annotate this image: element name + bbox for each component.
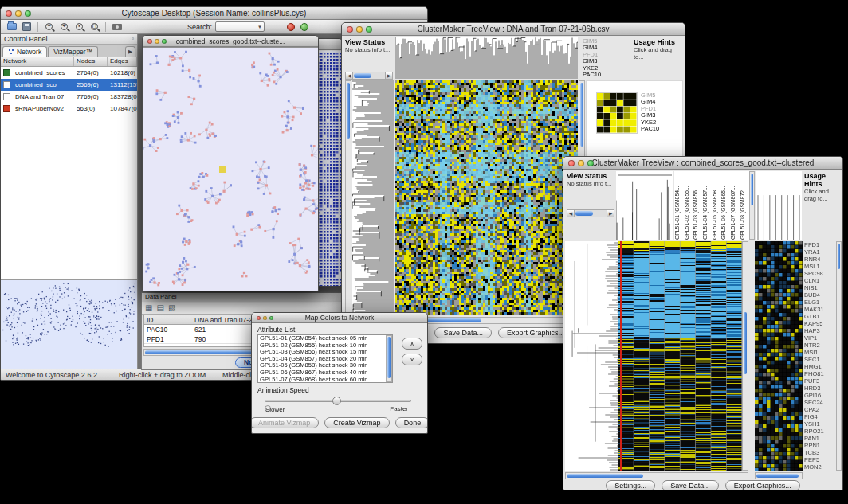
dendrogram-vscrollbar[interactable] (345, 80, 351, 315)
array-label[interactable]: GPL51-02 (GSM855... (684, 171, 693, 240)
close-icon[interactable] (257, 316, 261, 320)
gene-label[interactable]: MAK31 (804, 306, 836, 313)
gene-label[interactable]: PHO81 (804, 370, 836, 377)
treeview-action-button[interactable]: Save Data... (662, 480, 719, 490)
maximize-icon[interactable] (587, 160, 594, 166)
scrollbar-thumb[interactable] (751, 174, 753, 205)
scrollbar-thumb[interactable] (387, 337, 391, 378)
animation-speed-slider[interactable] (265, 400, 411, 402)
column-header-edges[interactable]: Edges (108, 57, 137, 66)
scrollbar-thumb[interactable] (838, 244, 840, 269)
memory-status-icon[interactable] (300, 23, 308, 31)
gene-label[interactable]: YRA1 (804, 248, 836, 256)
gene-label[interactable]: MSI1 (804, 349, 836, 356)
gene-label[interactable]: CLN1 (804, 277, 836, 284)
array-label[interactable]: GPL51-04 (GSM857... (702, 171, 712, 240)
scrollbar-thumb[interactable] (567, 474, 643, 478)
animate-vizmap-button[interactable]: Animate Vizmap (251, 417, 319, 428)
error-status-icon[interactable] (287, 23, 295, 31)
scroll-left-icon[interactable]: ◀ (346, 72, 353, 79)
status-hscrollbar[interactable]: ◀ ▶ (567, 209, 614, 217)
done-button[interactable]: Done (395, 417, 428, 428)
gene-label[interactable]: SPC98 (804, 270, 836, 277)
zoom-column-labels-canvas[interactable] (756, 171, 802, 240)
status-hscrollbar[interactable]: ◀ ▶ (345, 72, 393, 80)
zoom-heatmap-canvas[interactable] (596, 92, 638, 134)
minimize-icon[interactable] (155, 39, 159, 44)
column-header-nodes[interactable]: Nodes (74, 57, 108, 66)
gene-label[interactable]: KAP95 (804, 320, 836, 327)
gene-label[interactable]: PAC10 (583, 72, 613, 78)
gene-label[interactable]: CPA2 (804, 406, 836, 413)
close-icon[interactable] (147, 39, 152, 44)
zoom-fit-icon[interactable]: ◻ (88, 21, 101, 33)
create-vizmap-button[interactable]: Create Vizmap (324, 417, 389, 428)
gene-label[interactable]: PAN1 (804, 435, 836, 442)
gene-label[interactable]: NTR2 (804, 342, 836, 349)
gene-label[interactable]: MSL1 (804, 263, 836, 270)
array-label[interactable]: GPL51-08 (GSM872... (740, 171, 749, 240)
search-input[interactable]: ▼ (215, 21, 265, 32)
gene-label[interactable]: RPN1 (804, 442, 836, 449)
network-canvas[interactable] (143, 47, 319, 291)
minimize-icon[interactable] (356, 26, 363, 33)
array-label[interactable]: GPL51-07 (GSM867... (730, 171, 740, 240)
maximize-icon[interactable] (269, 316, 273, 320)
gene-label[interactable]: PUF3 (804, 377, 836, 385)
scroll-right-icon[interactable]: ▶ (385, 72, 392, 79)
network-overview-canvas[interactable] (2, 281, 135, 369)
column-header-network[interactable]: Network (1, 57, 74, 66)
slider-thumb[interactable] (332, 397, 341, 405)
scrollbar-thumb[interactable] (756, 474, 799, 478)
treeview-action-button[interactable]: Settings... (606, 480, 655, 490)
gene-label[interactable]: PEP5 (804, 456, 836, 463)
zoom-selected-icon[interactable]: ▪ (73, 21, 86, 33)
gene-label[interactable]: SEC24 (804, 399, 836, 406)
snapshot-icon[interactable] (110, 21, 124, 33)
gene-label[interactable]: RPO21 (804, 428, 836, 435)
close-icon[interactable] (6, 10, 12, 17)
gene-label[interactable]: ELG1 (804, 299, 836, 306)
minimize-icon[interactable] (578, 160, 584, 166)
gene-label[interactable]: HRD3 (804, 385, 836, 392)
gene-label[interactable]: VIP1 (804, 334, 836, 342)
column-dendrogram-canvas[interactable] (395, 37, 578, 79)
tab-vizmapper[interactable]: VizMapper™ (48, 46, 98, 57)
scrollbar-thumb[interactable] (347, 83, 350, 139)
attribute-list[interactable]: GPL51-01 (GSM854) heat shock 05 minGPL51… (257, 334, 393, 383)
attribute-select-icon[interactable]: ▦ (145, 304, 152, 312)
scrollbar-thumb[interactable] (744, 312, 747, 374)
heatmap-canvas[interactable] (395, 80, 578, 315)
zoom-hscrollbar[interactable] (755, 472, 803, 479)
close-icon[interactable] (347, 26, 353, 33)
labels-vscrollbar[interactable] (749, 171, 755, 240)
gene-label[interactable]: FIG4 (804, 413, 836, 420)
gene-label[interactable]: PFD1 (804, 241, 836, 248)
heatmap-vscrollbar[interactable] (742, 241, 748, 471)
array-label[interactable]: GPL51-06 (GSM865... (720, 171, 730, 240)
network-list-item-selected[interactable]: combined_sco 2569(6) 13112(15) (1, 79, 137, 91)
network-list-item[interactable]: combined_scores 2764(0) 16218(0) (1, 67, 137, 79)
float-panel-icon[interactable]: ▫ (132, 35, 134, 43)
open-folder-icon[interactable] (5, 21, 18, 33)
minimize-icon[interactable] (15, 10, 22, 17)
column-dendrogram-canvas[interactable] (616, 171, 673, 240)
gene-label[interactable]: SEC1 (804, 356, 836, 363)
maximize-icon[interactable] (162, 39, 167, 44)
dialog-title-bar[interactable]: Map Colors to Network (252, 313, 427, 323)
treeview-action-button[interactable]: Save Data... (434, 327, 492, 338)
maximize-icon[interactable] (366, 26, 372, 33)
dropdown-arrow-icon[interactable]: ▼ (257, 25, 262, 29)
gene-label[interactable]: GTB1 (804, 313, 836, 320)
zoom-out-icon[interactable]: − (42, 21, 56, 33)
treeview-action-button[interactable]: Export Graphics... (498, 327, 573, 338)
network-list-item[interactable]: DNA and Tran 07 7769(0) 183728(0) (1, 91, 137, 103)
close-icon[interactable] (568, 160, 575, 166)
attribute-delete-icon[interactable]: ▧ (168, 304, 175, 312)
zoom-in-icon[interactable]: + (57, 21, 71, 33)
scrollbar-thumb[interactable] (580, 83, 583, 147)
gene-label[interactable]: HAP3 (804, 327, 836, 334)
save-icon[interactable] (20, 21, 33, 33)
treeview2-title-bar[interactable]: ClusterMaker TreeView : combined_scores_… (563, 157, 842, 170)
treeview-action-button[interactable]: Export Graphics... (725, 480, 800, 490)
